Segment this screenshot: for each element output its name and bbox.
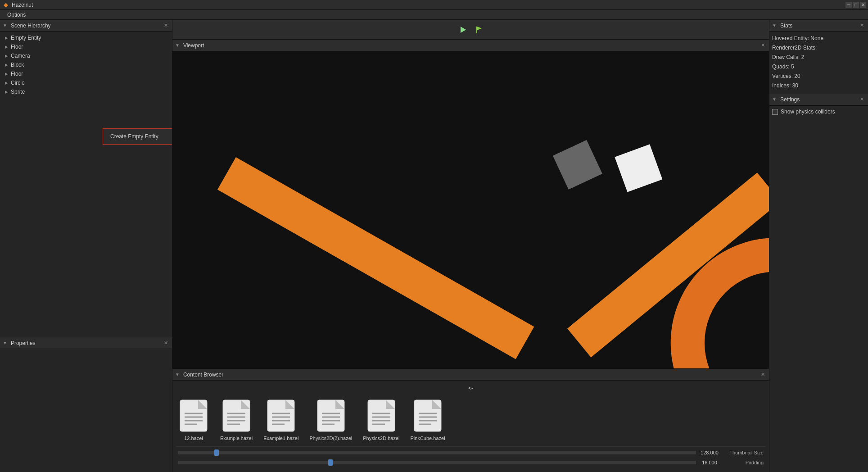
settings-right-close-button[interactable]: ✕: [858, 96, 865, 103]
file-name-physics2d2-hazel: Physics2D(2).hazel: [309, 436, 352, 441]
tree-item-empty-entity[interactable]: ▶ Empty Entity: [0, 33, 172, 42]
tree-arrow-circle: ▶: [4, 80, 9, 86]
viewport-close-button[interactable]: ✕: [759, 42, 766, 49]
tree-item-block[interactable]: ▶ Block: [0, 60, 172, 69]
tree-label-empty-entity: Empty Entity: [11, 35, 41, 41]
svg-marker-2: [477, 27, 482, 30]
content-browser-collapse-icon: ▼: [175, 372, 180, 377]
settings-right-section: ▼ Settings ✕ Show physics colliders: [769, 94, 868, 118]
play-button[interactable]: [457, 23, 469, 36]
properties-header: ▼ Properties ✕: [0, 337, 172, 349]
tree-label-floor-2: Floor: [11, 71, 23, 77]
maximize-button[interactable]: □: [853, 2, 859, 8]
titlebar-title: ◆ Hazelnut: [4, 1, 33, 8]
back-button[interactable]: <-: [176, 384, 765, 392]
file-item-physics2d2-hazel[interactable]: Physics2D(2).hazel: [307, 396, 354, 443]
stats-section: ▼ Stats ✕ Hovered Entity: None Renderer2…: [769, 20, 868, 94]
settings-collapse-icon: ▼: [772, 97, 777, 102]
viewport-area: ▼ Viewport ✕: [172, 40, 769, 368]
padding-slider-fill: [178, 461, 333, 464]
file-item-example-hazel[interactable]: Example.hazel: [218, 396, 254, 443]
file-name-pinkcube-hazel: PinkCube.hazel: [411, 436, 445, 441]
close-button[interactable]: ✕: [860, 2, 866, 8]
file-item-physics2d-hazel[interactable]: Physics2D.hazel: [361, 396, 401, 443]
flag-button[interactable]: [473, 23, 485, 36]
tree-item-floor-1[interactable]: ▶ Floor: [0, 42, 172, 51]
viewport-canvas[interactable]: [172, 51, 769, 368]
stat-hovered-entity: Hovered Entity: None: [772, 34, 865, 42]
stat-vertices: Vertices: 20: [772, 72, 865, 80]
padding-value: 16.000: [696, 460, 723, 465]
scene-hierarchy-title: Scene Hierarchy: [11, 23, 160, 29]
svg-rect-9: [180, 400, 207, 431]
tree-arrow-sprite: ▶: [4, 89, 9, 95]
file-icon-example-hazel: [221, 398, 252, 434]
content-browser-close-button[interactable]: ✕: [759, 371, 766, 378]
viewport-header: ▼ Viewport ✕: [172, 40, 769, 51]
tree-arrow-empty-entity: ▶: [4, 35, 9, 41]
show-physics-checkbox[interactable]: [772, 109, 778, 115]
thumbnail-size-slider-fill: [178, 451, 219, 454]
tree-arrow-floor-2: ▶: [4, 71, 9, 77]
stats-title: Stats: [780, 23, 856, 29]
stats-collapse-icon: ▼: [772, 23, 777, 28]
settings-bar: 128.000 Thumbnail Size 16.000 Padding: [176, 446, 765, 468]
properties-close-button[interactable]: ✕: [162, 340, 169, 347]
svg-marker-0: [461, 27, 466, 33]
settings-right-header: ▼ Settings ✕: [769, 94, 868, 105]
file-list: 12.hazel: [176, 392, 765, 446]
tree-label-sprite: Sprite: [11, 89, 25, 95]
file-icon-physics2d2-hazel: [315, 398, 347, 434]
stat-quads: Quads: 5: [772, 63, 865, 71]
svg-rect-21: [267, 400, 294, 431]
stats-header: ▼ Stats ✕: [769, 20, 868, 32]
stats-close-button[interactable]: ✕: [858, 22, 865, 29]
show-physics-row[interactable]: Show physics colliders: [772, 109, 865, 115]
tree-label-floor-1: Floor: [11, 44, 23, 50]
create-empty-entity-option[interactable]: Create Empty Entity: [103, 131, 172, 142]
scene-hierarchy-header: ▼ Scene Hierarchy ✕: [0, 20, 172, 32]
left-panel: ▼ Scene Hierarchy ✕ ▶ Empty Entity ▶ Flo…: [0, 20, 172, 472]
tree-item-camera[interactable]: ▶ Camera: [0, 51, 172, 60]
content-browser-title: Content Browser: [183, 372, 223, 378]
tree-item-circle[interactable]: ▶ Circle: [0, 78, 172, 87]
tree-label-camera: Camera: [11, 53, 30, 59]
svg-rect-39: [414, 400, 441, 431]
svg-rect-1: [476, 27, 477, 33]
tree-item-floor-2[interactable]: ▶ Floor: [0, 69, 172, 78]
options-menu[interactable]: Options: [4, 11, 29, 19]
properties-title: Properties: [11, 340, 160, 346]
tree-arrow-camera: ▶: [4, 53, 9, 59]
file-name-physics2d-hazel: Physics2D.hazel: [363, 436, 399, 441]
padding-label: Padding: [723, 460, 764, 465]
titlebar: ◆ Hazelnut ─ □ ✕: [0, 0, 868, 10]
padding-row: 16.000 Padding: [176, 458, 765, 467]
minimize-button[interactable]: ─: [845, 2, 852, 8]
file-icon-pinkcube-hazel: [412, 398, 443, 434]
viewport-collapse-icon: ▼: [175, 43, 180, 48]
main-layout: ▼ Scene Hierarchy ✕ ▶ Empty Entity ▶ Flo…: [0, 20, 868, 472]
file-item-12hazel[interactable]: 12.hazel: [176, 396, 211, 443]
content-browser-header: ▼ Content Browser ✕: [172, 369, 769, 381]
tree-label-circle: Circle: [11, 80, 25, 86]
file-icon-12hazel: [178, 398, 209, 434]
tree-item-sprite[interactable]: ▶ Sprite: [0, 87, 172, 96]
thumbnail-size-slider-track[interactable]: [178, 451, 696, 454]
file-item-example1-hazel[interactable]: Example1.hazel: [262, 396, 300, 443]
stat-renderer-label: Renderer2D Stats:: [772, 44, 865, 52]
viewport-title: Viewport: [183, 42, 204, 49]
thumbnail-size-slider-thumb[interactable]: [214, 449, 219, 456]
stat-draw-calls: Draw Calls: 2: [772, 53, 865, 61]
thumbnail-size-value: 128.000: [696, 450, 723, 455]
stat-indices: Indices: 30: [772, 82, 865, 90]
padding-slider-thumb[interactable]: [328, 459, 333, 466]
stats-body: Hovered Entity: None Renderer2D Stats: D…: [769, 32, 868, 94]
top-toolbar: [172, 20, 769, 40]
padding-slider-track[interactable]: [178, 461, 696, 464]
file-icon-physics2d-hazel: [366, 398, 397, 434]
file-item-pinkcube-hazel[interactable]: PinkCube.hazel: [409, 396, 447, 443]
content-browser: ▼ Content Browser ✕ <-: [172, 368, 769, 472]
file-name-example-hazel: Example.hazel: [220, 436, 253, 441]
scene-hierarchy-close-button[interactable]: ✕: [162, 22, 169, 29]
right-panel: ▼ Stats ✕ Hovered Entity: None Renderer2…: [769, 20, 868, 472]
